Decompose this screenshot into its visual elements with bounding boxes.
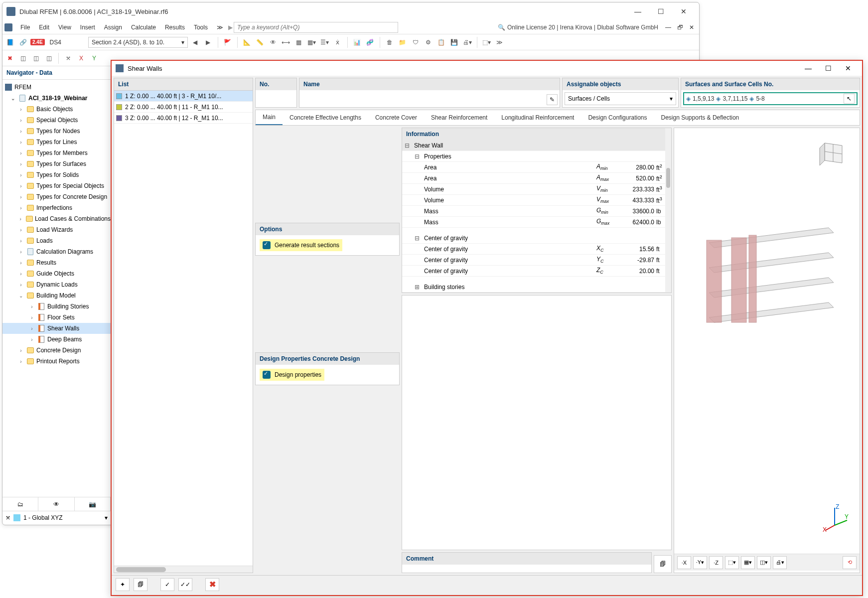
- tb-grid-icon[interactable]: ▦▾: [306, 37, 317, 48]
- expand-icon[interactable]: ›: [17, 348, 24, 353]
- doc-restore[interactable]: 🗗: [674, 24, 686, 31]
- tb-folder-icon[interactable]: 📁: [397, 37, 408, 48]
- tb2-delete-icon[interactable]: ✖: [4, 53, 15, 64]
- nav-cube-icon[interactable]: [815, 138, 850, 173]
- tree-item[interactable]: Building Stories: [47, 303, 89, 310]
- tree-item[interactable]: Imperfections: [36, 204, 72, 211]
- coord-row[interactable]: ⤧ 1 - Global XYZ ▾: [2, 511, 111, 524]
- btm-check2-icon[interactable]: ✓✓: [178, 578, 192, 591]
- generate-results-row[interactable]: Generate result sections: [260, 239, 342, 251]
- tb-print-icon[interactable]: 🖨▾: [462, 37, 473, 48]
- tab-eff-lengths[interactable]: Concrete Effective Lengths: [283, 110, 368, 125]
- tb-select-icon[interactable]: ⬚▾: [481, 37, 492, 48]
- tb-project-icon[interactable]: 📘: [4, 37, 15, 48]
- tb-paste-icon[interactable]: 📋: [436, 37, 447, 48]
- list-item[interactable]: 1 Z: 0.00 ... 40.00 ft | 3 - R_M1 10/...: [114, 91, 253, 102]
- expand-icon[interactable]: ›: [17, 172, 24, 178]
- expand-icon[interactable]: ›: [28, 326, 35, 331]
- expand-icon[interactable]: ›: [17, 140, 24, 145]
- tree-item[interactable]: Load Cases & Combinations: [35, 215, 111, 222]
- tb-dim3-icon[interactable]: ⟷: [281, 37, 291, 48]
- no-value[interactable]: [256, 90, 296, 105]
- surfaces-input[interactable]: ◈1,5,9,13 ◈3,7,11,15 ◈5-8 ↖: [683, 92, 858, 105]
- name-edit-icon[interactable]: ✎: [547, 94, 558, 105]
- tb-flag-icon[interactable]: 🚩: [222, 37, 233, 48]
- menu-tools[interactable]: Tools: [190, 22, 212, 33]
- tb2-cube3-icon[interactable]: ◫: [43, 53, 54, 64]
- tree-item[interactable]: Concrete Design: [36, 347, 81, 354]
- tb-eye-icon[interactable]: 👁: [268, 37, 279, 48]
- tb2-x-icon[interactable]: X: [76, 53, 87, 64]
- tb2-y-icon[interactable]: Y: [89, 53, 100, 64]
- btm-new-icon[interactable]: ✦: [116, 578, 130, 591]
- menu-calculate[interactable]: Calculate: [127, 22, 160, 33]
- expand-icon[interactable]: ⌄: [17, 293, 24, 299]
- minimize-button[interactable]: —: [626, 3, 649, 19]
- nav-tab-data-icon[interactable]: 🗂: [2, 497, 38, 511]
- expand-icon[interactable]: ›: [17, 194, 24, 200]
- tb-prev-icon[interactable]: ◀: [190, 37, 201, 48]
- tb-save-icon[interactable]: 💾: [449, 37, 460, 48]
- keyword-search-input[interactable]: [234, 22, 398, 33]
- name-value[interactable]: [299, 90, 560, 105]
- menu-file[interactable]: File: [16, 22, 34, 33]
- tree-item[interactable]: Loads: [36, 237, 53, 244]
- expand-icon[interactable]: ⊞: [412, 284, 422, 291]
- menu-edit[interactable]: Edit: [35, 22, 53, 33]
- menu-overflow[interactable]: ≫: [213, 22, 227, 33]
- surfaces-pick-icon[interactable]: ↖: [844, 94, 855, 104]
- tree-item[interactable]: Basic Objects: [36, 106, 73, 113]
- dialog-close[interactable]: ✕: [838, 64, 858, 72]
- menu-assign[interactable]: Assign: [100, 22, 126, 33]
- list-item[interactable]: 2 Z: 0.00 ... 40.00 ft | 11 - R_M1 10...: [114, 102, 253, 113]
- tree-item[interactable]: Shear Walls: [47, 325, 79, 332]
- expand-icon[interactable]: ›: [17, 271, 24, 277]
- expand-icon[interactable]: ›: [17, 359, 24, 364]
- tab-design-config[interactable]: Design Configurations: [581, 110, 654, 125]
- assignable-combo[interactable]: Surfaces / Cells▾: [565, 92, 676, 105]
- preview-3d[interactable]: Z Y X ·X ·Y▾ ·Z ⬚▾ ▦▾ ◫▾ 🖨▾ ⟲: [674, 128, 860, 573]
- expand-icon[interactable]: ›: [17, 150, 24, 156]
- design-props-checkbox[interactable]: [263, 371, 271, 379]
- tb-ds[interactable]: DS4: [47, 39, 64, 46]
- tree-item[interactable]: Load Wizards: [36, 226, 73, 233]
- list-item[interactable]: 3 Z: 0.00 ... 40.00 ft | 12 - R_M1 10...: [114, 113, 253, 124]
- nav-tab-eye-icon[interactable]: 👁: [38, 497, 74, 511]
- menu-results[interactable]: Results: [161, 22, 189, 33]
- expand-icon[interactable]: ›: [17, 249, 24, 255]
- tab-main[interactable]: Main: [256, 110, 283, 125]
- expand-icon[interactable]: ›: [17, 107, 24, 112]
- section-combo[interactable]: Section 2.4 (ASD), 8. to 10.▾: [88, 37, 188, 48]
- view-print-icon[interactable]: 🖨▾: [773, 556, 787, 569]
- tree-building-model[interactable]: Building Model: [36, 292, 76, 299]
- tab-cover[interactable]: Concrete Cover: [368, 110, 424, 125]
- dialog-maximize[interactable]: ☐: [818, 64, 838, 72]
- info-scrollbar-y[interactable]: [665, 128, 671, 293]
- btm-check1-icon[interactable]: ✓: [160, 578, 174, 591]
- tb2-cube2-icon[interactable]: ◫: [30, 53, 41, 64]
- nav-tab-cam-icon[interactable]: 📷: [75, 497, 111, 511]
- collapse-icon[interactable]: ⊟: [402, 142, 412, 149]
- tb-link-icon[interactable]: 🔗: [17, 37, 28, 48]
- expand-icon[interactable]: ›: [17, 227, 24, 233]
- expand-icon[interactable]: ›: [28, 304, 35, 309]
- expand-icon[interactable]: ›: [17, 216, 24, 222]
- view-reset-icon[interactable]: ⟲: [843, 556, 857, 569]
- view-iso-icon[interactable]: ⬚▾: [725, 556, 739, 569]
- navigator-tree[interactable]: RFEM ⌄ACI_318-19_Webinar ›Basic Objects›…: [2, 80, 111, 497]
- tb-clear-icon[interactable]: 🗑: [384, 37, 395, 48]
- view-z-icon[interactable]: ·Z: [709, 556, 723, 569]
- tb-calc-icon[interactable]: 📊: [352, 37, 363, 48]
- expand-icon[interactable]: ›: [17, 129, 24, 134]
- btm-copy-icon[interactable]: 🗐: [134, 578, 147, 591]
- expand-icon[interactable]: ›: [17, 118, 24, 123]
- expand-icon[interactable]: ›: [17, 238, 24, 244]
- doc-close[interactable]: ✕: [686, 24, 697, 31]
- tb2-cube1-icon[interactable]: ◫: [17, 53, 28, 64]
- close-button[interactable]: ✕: [672, 3, 695, 19]
- tb-dim-icon[interactable]: 📐: [242, 37, 253, 48]
- tb-layer-icon[interactable]: ☰▾: [319, 37, 330, 48]
- tree-item[interactable]: Results: [36, 259, 56, 266]
- tb-box-icon[interactable]: ▦: [293, 37, 304, 48]
- comment-box[interactable]: Comment: [402, 552, 652, 573]
